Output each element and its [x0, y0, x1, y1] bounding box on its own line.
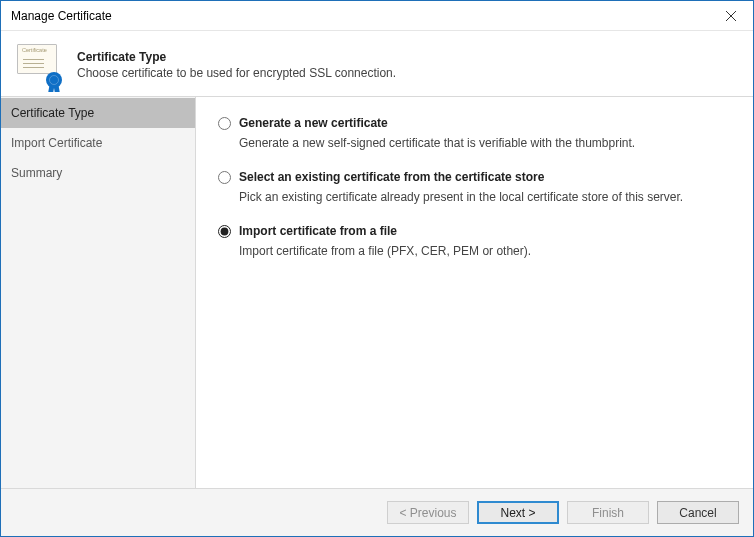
close-button[interactable] [708, 1, 753, 30]
option-desc: Pick an existing certificate already pre… [239, 189, 731, 205]
certificate-icon: Certificate [15, 40, 63, 88]
close-icon [726, 11, 736, 21]
next-button[interactable]: Next > [477, 501, 559, 524]
header-subtitle: Choose certificate to be used for encryp… [77, 66, 396, 80]
cancel-button[interactable]: Cancel [657, 501, 739, 524]
radio-select-store[interactable] [218, 171, 231, 184]
sidebar-item-import-certificate[interactable]: Import Certificate [1, 128, 195, 158]
option-generate[interactable]: Generate a new certificate [218, 115, 731, 131]
radio-generate[interactable] [218, 117, 231, 130]
option-desc: Generate a new self-signed certificate t… [239, 135, 731, 151]
window-title: Manage Certificate [11, 9, 112, 23]
titlebar: Manage Certificate [1, 1, 753, 31]
body: Certificate Type Import Certificate Summ… [1, 97, 753, 488]
content: Generate a new certificate Generate a ne… [196, 97, 753, 488]
header-title: Certificate Type [77, 50, 396, 64]
sidebar-item-certificate-type[interactable]: Certificate Type [1, 98, 195, 128]
option-label: Select an existing certificate from the … [239, 169, 544, 185]
sidebar-item-label: Summary [11, 166, 62, 180]
header: Certificate Certificate Type Choose cert… [1, 31, 753, 97]
sidebar-item-label: Certificate Type [11, 106, 94, 120]
finish-button: Finish [567, 501, 649, 524]
option-label: Generate a new certificate [239, 115, 388, 131]
footer: < Previous Next > Finish Cancel [1, 488, 753, 536]
sidebar-item-label: Import Certificate [11, 136, 102, 150]
option-label: Import certificate from a file [239, 223, 397, 239]
sidebar: Certificate Type Import Certificate Summ… [1, 97, 196, 488]
previous-button: < Previous [387, 501, 469, 524]
option-desc: Import certificate from a file (PFX, CER… [239, 243, 731, 259]
radio-import-file[interactable] [218, 225, 231, 238]
dialog-window: Manage Certificate Certificate Certifica… [0, 0, 754, 537]
option-select-store[interactable]: Select an existing certificate from the … [218, 169, 731, 185]
option-import-file[interactable]: Import certificate from a file [218, 223, 731, 239]
sidebar-item-summary[interactable]: Summary [1, 158, 195, 188]
